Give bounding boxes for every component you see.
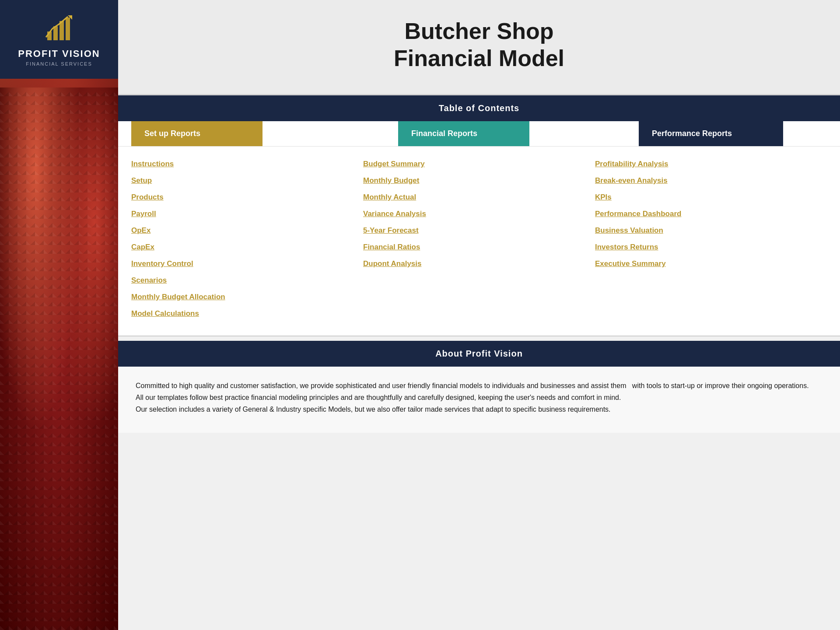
- link-budget-summary[interactable]: Budget Summary: [363, 160, 595, 168]
- link-investors-returns[interactable]: Investors Returns: [595, 243, 827, 252]
- link-capex[interactable]: CapEx: [131, 243, 363, 252]
- toc-column-financial: Budget Summary Monthly Budget Monthly Ac…: [363, 160, 595, 318]
- link-monthly-budget-allocation[interactable]: Monthly Budget Allocation: [131, 293, 363, 301]
- col-header-performance: Performance Reports: [639, 121, 783, 146]
- link-kpis[interactable]: KPIs: [595, 193, 827, 202]
- link-business-valuation[interactable]: Business Valuation: [595, 226, 827, 235]
- link-opex[interactable]: OpEx: [131, 226, 363, 235]
- about-title: About Profit Vision: [118, 341, 840, 367]
- page-title: Butcher Shop Financial Model: [144, 18, 814, 72]
- link-executive-summary[interactable]: Executive Summary: [595, 259, 827, 268]
- link-model-calculations[interactable]: Model Calculations: [131, 309, 363, 318]
- svg-rect-3: [66, 18, 70, 40]
- link-breakeven-analysis[interactable]: Break-even Analysis: [595, 176, 827, 185]
- link-inventory-control[interactable]: Inventory Control: [131, 259, 363, 268]
- toc-section: Table of Contents Set up Reports Financi…: [118, 95, 840, 336]
- toc-column-setup: Instructions Setup Products Payroll OpEx…: [131, 160, 363, 318]
- link-performance-dashboard[interactable]: Performance Dashboard: [595, 210, 827, 218]
- sidebar: PROFIT VISION FINANCIAL SERVICES: [0, 0, 118, 630]
- link-setup[interactable]: Setup: [131, 176, 363, 185]
- about-body: Committed to high quality and customer s…: [118, 367, 840, 433]
- svg-rect-1: [53, 26, 58, 40]
- toc-title: Table of Contents: [118, 95, 840, 121]
- toc-column-performance: Profitability Analysis Break-even Analys…: [595, 160, 827, 318]
- about-section: About Profit Vision Committed to high qu…: [118, 341, 840, 433]
- link-instructions[interactable]: Instructions: [131, 160, 363, 168]
- link-products[interactable]: Products: [131, 193, 363, 202]
- brand-name: PROFIT VISION: [18, 48, 100, 60]
- sidebar-texture: [0, 88, 118, 630]
- link-monthly-actual[interactable]: Monthly Actual: [363, 193, 595, 202]
- link-variance-analysis[interactable]: Variance Analysis: [363, 210, 595, 218]
- link-financial-ratios[interactable]: Financial Ratios: [363, 243, 595, 252]
- link-monthly-budget[interactable]: Monthly Budget: [363, 176, 595, 185]
- main-content: Butcher Shop Financial Model Table of Co…: [118, 0, 840, 630]
- col-header-financial: Financial Reports: [398, 121, 529, 146]
- link-scenarios[interactable]: Scenarios: [131, 276, 363, 285]
- col-header-setup: Set up Reports: [131, 121, 262, 146]
- link-dupont-analysis[interactable]: Dupont Analysis: [363, 259, 595, 268]
- link-5year-forecast[interactable]: 5-Year Forecast: [363, 226, 595, 235]
- brand-sub: FINANCIAL SERVICES: [26, 61, 92, 66]
- logo-icon: [44, 13, 74, 44]
- about-text: Committed to high quality and customer s…: [136, 380, 822, 416]
- logo-area: PROFIT VISION FINANCIAL SERVICES: [9, 0, 108, 75]
- link-payroll[interactable]: Payroll: [131, 210, 363, 218]
- toc-column-headers: Set up Reports Financial Reports Perform…: [118, 121, 840, 147]
- page-header: Butcher Shop Financial Model: [118, 0, 840, 95]
- toc-links-area: Instructions Setup Products Payroll OpEx…: [118, 147, 840, 336]
- link-profitability-analysis[interactable]: Profitability Analysis: [595, 160, 827, 168]
